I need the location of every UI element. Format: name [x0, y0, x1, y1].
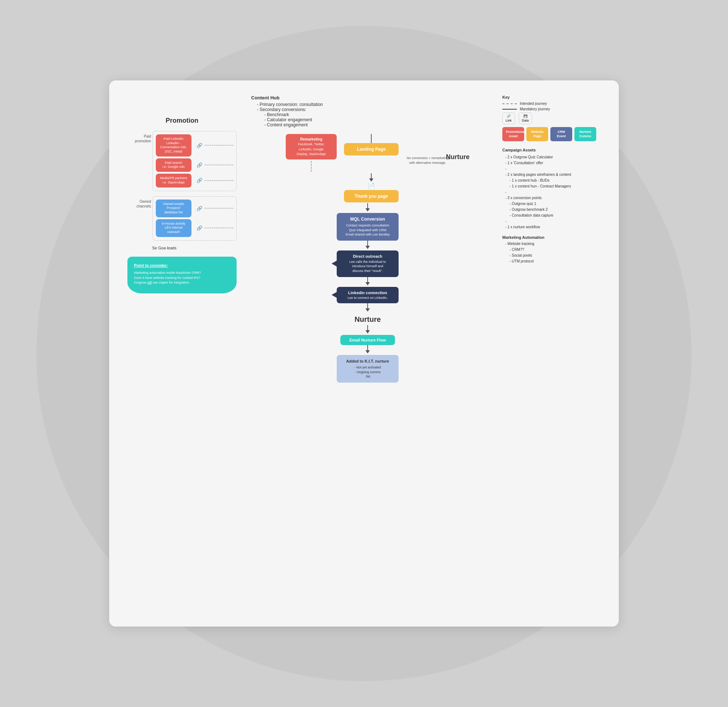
ca-item-3: 2 x landing pages wireframes & content — [502, 172, 601, 178]
link-icon-5: 🔗 — [196, 226, 202, 231]
mql-to-direct-arrow — [367, 241, 368, 246]
paid-row-2: Paid searchi.e. Google Ads 🔗 — [156, 158, 233, 172]
direct-to-linkedin-arrow — [367, 277, 368, 282]
key-link-label: Link — [506, 119, 512, 122]
key-crm-box: CRMEvent — [550, 127, 572, 141]
email-to-kit-arrow — [367, 345, 368, 350]
paid-group: Paid LinkedInLinkedIn -Conversation Ads,… — [153, 131, 237, 191]
media-partners-box: Media/PR partnersi.e. StackAdapt — [156, 173, 191, 187]
owned-row-2: In-house activityLB's internal outreach … — [156, 219, 233, 237]
owned-label: Owned channels — [127, 196, 151, 208]
promotion-title: Promotion — [127, 117, 237, 124]
point-text: Marketing automation inside Maximizer CR… — [134, 270, 230, 285]
key-mandatory-label: Mandatory journey — [520, 107, 550, 111]
ca-sub-4: Outgrow benchmark 2 — [502, 207, 601, 213]
kit-title: Added to K.I.T. nurture — [342, 359, 393, 364]
nurture-arrow-head — [365, 330, 370, 334]
lp-to-ty-connector — [369, 173, 373, 182]
marketing-automation-title: Marketing Automation — [502, 235, 601, 240]
link-icon-key: 🔗 — [507, 114, 511, 118]
linkedin-arrow-left — [332, 292, 337, 298]
campaign-assets-section: Campaign Assets 2 x Outgrow Quiz Calcula… — [502, 148, 601, 230]
ca-spacer-1 — [502, 166, 601, 172]
campaign-assets-title: Campaign Assets — [502, 148, 601, 152]
se-goa-leads-label: Se Goa leads — [152, 246, 237, 250]
key-title: Key — [502, 95, 601, 100]
ty-arrow-head — [365, 208, 370, 211]
data-icon: 💾 — [523, 114, 527, 118]
link-icon-1: 🔗 — [196, 143, 202, 148]
hub-item-4: Calculator engagement — [264, 117, 323, 122]
email-nurture-box: Email Nurture Flow — [340, 335, 395, 345]
key-promo-box: PromotionalAsset — [502, 127, 524, 141]
ca-item-5: 1 x nurture workflow — [502, 224, 601, 230]
right-column: Key Intended journey Mandatory journey 🔗… — [499, 95, 601, 612]
key-website-box: WebsitePage — [526, 127, 548, 141]
remarketing-flow: Remarketing Facebook, Twitter,LinkedIn, … — [286, 134, 337, 172]
owned-row-1: Owned emailsProspect/ database list 🔗 — [156, 200, 233, 217]
paid-row-1: Paid LinkedInLinkedIn -Conversation Ads,… — [156, 134, 233, 156]
ca-sub-1: 1 x content hub - BUDs — [502, 178, 601, 184]
key-data-icon-box: 💾 Data — [519, 113, 532, 124]
remarketing-box: Remarketing Facebook, Twitter,LinkedIn, … — [286, 134, 337, 159]
key-mandatory-row: Mandatory journey — [502, 107, 601, 111]
content-hub-title: Content Hub — [251, 95, 323, 100]
content-hub-box: Content Hub Primary conversion: consulta… — [240, 95, 323, 127]
lp-down-arrow — [371, 173, 372, 178]
ca-sub-3: Outgrow quiz 1 — [502, 201, 601, 207]
key-data-label: Data — [522, 119, 529, 122]
marketing-automation-list: Website tracking CRM?? Social pixels UTM… — [502, 241, 601, 264]
key-nurture-box: NurtureComms — [574, 127, 596, 141]
link-icon-2: 🔗 — [196, 162, 202, 168]
ty-to-mql-arrow — [367, 203, 368, 208]
no-conversion-note: No conversion = remarketing with alterna… — [406, 134, 449, 165]
hub-item-5: Content engagement — [264, 122, 323, 127]
owned-group: Owned emailsProspect/ database list 🔗 In… — [153, 196, 237, 241]
marketing-automation-section: Marketing Automation Website tracking CR… — [502, 235, 601, 264]
nurture-section-label: Nurture — [446, 153, 469, 161]
nurture-label: Nurture — [355, 315, 381, 324]
key-intended-row: Intended journey — [502, 101, 601, 106]
linkedin-detail: Lee to connect on LinkedIn. — [342, 296, 393, 299]
direct-outreach-box: Direct outreach Lee calls the individual… — [337, 250, 399, 277]
li-arrow-head — [365, 308, 370, 312]
ca-spacer-2 — [502, 189, 601, 195]
key-colored-boxes: PromotionalAsset WebsitePage CRMEvent Nu… — [502, 127, 601, 141]
landing-page-flow: Landing Page — [344, 134, 399, 155]
kit-details: - Not yet activated- Ongoing comms list. — [342, 365, 393, 379]
hub-item-1: Primary conversion: consultation — [257, 102, 323, 107]
key-intended-label: Intended journey — [520, 101, 547, 106]
remarketing-detail: Facebook, Twitter,LinkedIn, GoogleDispla… — [297, 142, 326, 156]
ca-item-4: 3 x conversion points — [502, 195, 601, 201]
owned-emails-box: Owned emailsProspect/ database list — [156, 200, 191, 217]
promotion-column: Promotion Paid promotion Paid LinkedInLi… — [127, 95, 237, 612]
paid-search-box: Paid searchi.e. Google Ads — [156, 158, 191, 172]
dashed-connector — [311, 161, 312, 172]
point-to-consider-box: Point to consider: Marketing automation … — [127, 257, 237, 293]
mql-arrow-head — [365, 246, 370, 249]
ma-sub-3: UTM protocol — [502, 259, 601, 264]
key-icons-row: 🔗 Link 💾 Data — [502, 113, 601, 124]
linkedin-title: Linkedin connection — [342, 291, 393, 295]
kit-box: Added to K.I.T. nurture - Not yet activa… — [337, 355, 399, 383]
nurture-to-email-arrow — [367, 325, 368, 330]
point-title: Point to consider: — [134, 263, 230, 269]
ma-item-1: Website tracking — [502, 241, 601, 247]
paid-row-3: Media/PR partnersi.e. StackAdapt 🔗 — [156, 173, 233, 187]
hub-item-2: Secondary conversions: — [257, 107, 323, 112]
ca-sub-5: Consultation data capture — [502, 213, 601, 218]
link-icon-4: 🔗 — [196, 206, 202, 211]
inhouse-box: In-house activityLB's internal outreach — [156, 219, 191, 237]
no-conv-text: No conversion = remarketing with alterna… — [406, 156, 449, 165]
mql-detail: Contact requests consultation Quiz integ… — [342, 223, 393, 237]
paid-label: Paid promotion — [127, 131, 151, 143]
key-dashed-line — [502, 103, 517, 104]
doc-icon: 📄 — [368, 182, 375, 189]
ca-item-2: 1 x 'Consultation' offer — [502, 160, 601, 166]
ma-sub-1: CRM?? — [502, 247, 601, 253]
link-icon-3: 🔗 — [196, 178, 202, 183]
landing-page-box: Landing Page — [344, 143, 399, 155]
linkedin-box: Linkedin connection Lee to connect on Li… — [337, 287, 399, 303]
circle-background: Promotion Paid promotion Paid LinkedInLi… — [36, 26, 692, 681]
diagram-area: Promotion Paid promotion Paid LinkedInLi… — [127, 95, 601, 612]
